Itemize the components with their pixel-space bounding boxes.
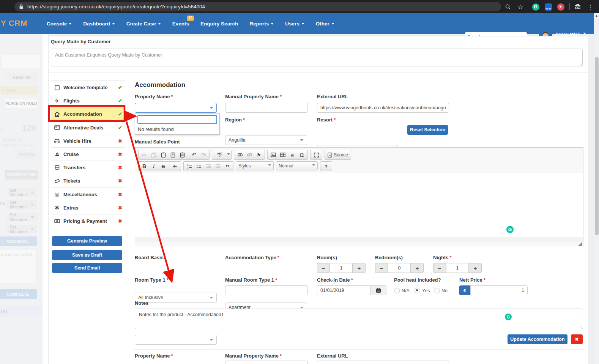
set-outcome-select[interactable]: Set Outcome: [7, 188, 37, 197]
special-char-icon[interactable]: Ω: [297, 151, 306, 159]
sidebar-item-extras[interactable]: ✱ Extras ✖: [51, 201, 125, 214]
page-scrollbar[interactable]: ▲: [594, 13, 599, 364]
editor-hscrollbar[interactable]: [135, 237, 583, 242]
region-select[interactable]: Anguilla: [225, 135, 307, 145]
sidebar-item-alternative-deals[interactable]: Alternative Deals ✔: [51, 121, 125, 134]
set-outcome-select[interactable]: Set Outcome: [7, 225, 37, 233]
complete-button[interactable]: COMPLETE: [0, 289, 37, 299]
pool-heat-radio-no[interactable]: No: [434, 288, 448, 293]
menu-dashboard[interactable]: Dashboard: [77, 21, 121, 27]
sidebar-item-pricing-payment[interactable]: Pricing & Payment ✖: [51, 214, 125, 228]
sidebar-item-accommodation[interactable]: Accommodation ✔: [51, 107, 125, 121]
update-accommodation-button[interactable]: Update Accommodation: [508, 334, 567, 344]
editor-resize-handle[interactable]: [578, 242, 582, 246]
sidebar-item-cruise[interactable]: Cruise ✖: [51, 147, 125, 161]
help-button[interactable]: ?: [322, 162, 331, 170]
nights-minus-button[interactable]: −: [433, 263, 446, 273]
menu-users[interactable]: Users: [279, 21, 310, 27]
cut-icon[interactable]: ✂: [140, 151, 149, 159]
strikethrough-icon[interactable]: S: [159, 162, 168, 170]
pool-heat-radio-yes[interactable]: Yes: [415, 288, 430, 293]
remove-product-button[interactable]: ✖: [571, 334, 583, 344]
query-textarea[interactable]: [51, 49, 583, 66]
remove-format-icon[interactable]: Tx: [170, 162, 180, 170]
format-dropdown[interactable]: Normal: [276, 161, 318, 170]
manual-property-name-input-2[interactable]: [225, 361, 308, 364]
sidebar-item-miscellaneous[interactable]: ◎ Miscellaneous ✖: [51, 188, 125, 201]
horizontal-rule-icon[interactable]: ≡: [288, 151, 297, 159]
menu-create-case[interactable]: Create Case: [121, 21, 167, 27]
scroll-up-icon[interactable]: ▲: [594, 13, 599, 19]
scrollbar-thumb[interactable]: [595, 57, 599, 235]
outdent-icon[interactable]: [204, 162, 213, 170]
nett-price-input[interactable]: [470, 285, 528, 295]
place-on-hold-button[interactable]: PLACE ON HOLD: [5, 99, 38, 108]
browser-menu-icon[interactable]: ⋮: [586, 3, 595, 11]
editor-content-area[interactable]: [135, 173, 583, 237]
grammarly-icon[interactable]: G: [505, 314, 512, 320]
redo-icon[interactable]: ↷: [199, 151, 208, 159]
nights-plus-button[interactable]: +: [469, 263, 482, 273]
set-outcome-select[interactable]: Set Outcome: [7, 200, 37, 209]
anchor-flag-icon[interactable]: ⚑: [254, 151, 263, 159]
blockquote-icon[interactable]: ”: [223, 161, 232, 172]
travel-extension-icon[interactable]: ✈: [556, 3, 565, 11]
radio-icon[interactable]: [434, 288, 440, 293]
paste-word-icon[interactable]: W: [178, 151, 187, 159]
new-extension-icon[interactable]: NEW: [544, 3, 552, 11]
bookmark-star-icon[interactable]: ☆: [516, 3, 525, 11]
reset-selection-button[interactable]: Reset Selection: [407, 125, 448, 135]
address-bar[interactable]: https://staging.journey-crm.co.uk/enquir…: [14, 2, 501, 11]
table-icon[interactable]: [278, 151, 287, 159]
zoom-icon[interactable]: [504, 3, 512, 11]
send-email-button[interactable]: Send Email: [52, 263, 122, 273]
link-icon[interactable]: [235, 151, 244, 159]
sidebar-item-vehicle-hire[interactable]: Vehicle Hire ✖: [51, 134, 125, 148]
italic-icon[interactable]: I: [149, 162, 158, 170]
rooms-plus-button[interactable]: +: [353, 263, 366, 273]
incorrect-no-button[interactable]: INCORRECT NO: [5, 170, 38, 180]
rooms-minus-button[interactable]: −: [317, 263, 330, 273]
grammarly-extension-icon[interactable]: G: [531, 3, 540, 11]
radio-selected-icon[interactable]: [415, 288, 420, 293]
image-icon[interactable]: [269, 151, 278, 159]
property-search-input[interactable]: [137, 115, 217, 124]
sidebar-item-tickets[interactable]: Tickets ✖: [51, 174, 125, 188]
menu-other[interactable]: Other: [310, 21, 340, 27]
room-type-select[interactable]: [135, 335, 217, 345]
set-outcome-select[interactable]: Set Outcome: [7, 213, 37, 221]
menu-events[interactable]: Events 15: [167, 21, 195, 27]
bold-icon[interactable]: B: [140, 162, 149, 170]
maximize-icon[interactable]: [312, 151, 321, 159]
indent-icon[interactable]: [213, 162, 222, 170]
sidebar-item-transfers[interactable]: Transfers ✖: [51, 161, 125, 174]
sidebar-item-flights[interactable]: ✈ Flights ✔: [51, 94, 125, 107]
calendar-button[interactable]: [370, 285, 386, 295]
numbered-list-icon[interactable]: 12: [185, 162, 194, 170]
menu-console[interactable]: Console: [41, 21, 77, 27]
sidebar-item-welcome-template[interactable]: Welcome Template ✔: [51, 80, 125, 94]
paste-text-icon[interactable]: T: [168, 151, 177, 159]
manual-room-type-input[interactable]: [225, 285, 308, 295]
hang-up-button[interactable]: HANG UP: [5, 73, 38, 83]
radio-icon[interactable]: [394, 288, 400, 293]
notes-textarea[interactable]: Notes for the product - Accommodation1: [135, 309, 583, 329]
styles-dropdown[interactable]: Styles: [236, 161, 274, 170]
generate-preview-button[interactable]: Generate Preview: [52, 236, 122, 246]
source-button[interactable]: ‹› Source: [326, 151, 350, 159]
external-url-input-2[interactable]: [317, 361, 449, 364]
menu-enquiry-search[interactable]: Enquiry Search: [195, 21, 244, 27]
voicemail-button[interactable]: VOICEMAIL: [0, 236, 37, 246]
spellcheck-icon[interactable]: ABC✓: [213, 151, 226, 159]
grammarly-icon[interactable]: G: [506, 226, 514, 233]
external-url-input[interactable]: [317, 103, 449, 113]
undo-icon[interactable]: ↶: [189, 151, 199, 159]
copy-icon[interactable]: [149, 151, 158, 159]
bedrooms-plus-button[interactable]: +: [411, 263, 424, 273]
save-as-draft-button[interactable]: Save as Draft: [52, 250, 122, 260]
ignore-button[interactable]: IGNORE: [15, 150, 39, 159]
check-in-date-input[interactable]: [317, 285, 370, 295]
pool-heat-radio-na[interactable]: N/A: [394, 288, 410, 293]
call-notes-textarea[interactable]: nal notes on Call: [0, 250, 36, 283]
property-name-select[interactable]: [135, 103, 217, 113]
